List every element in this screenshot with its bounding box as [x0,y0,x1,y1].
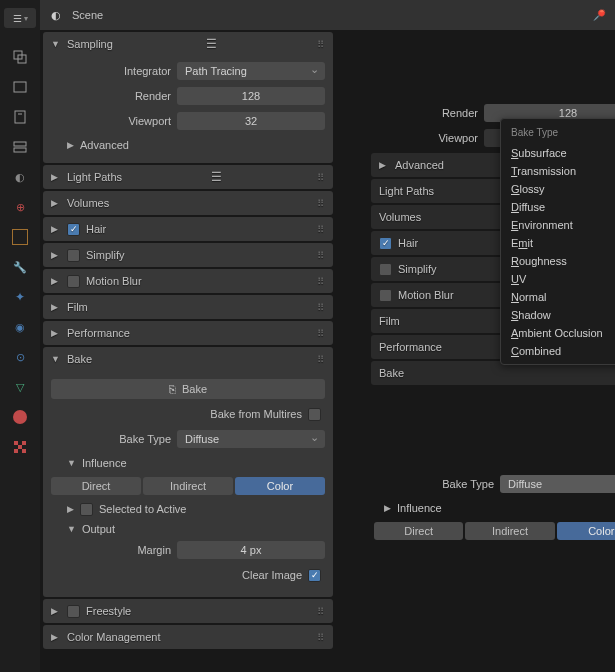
svg-rect-8 [22,441,26,445]
simplify-header[interactable]: ▶ Simplify ⠿ [43,243,333,267]
color-button[interactable]: Color [235,477,325,495]
direct-button[interactable]: Direct [51,477,141,495]
svg-rect-3 [15,111,25,123]
menu-item-glossy[interactable]: Glossy [501,180,615,198]
drag-icon[interactable]: ⠿ [317,224,325,235]
selected-to-active-checkbox[interactable] [80,503,93,516]
motion-blur-checkbox[interactable] [67,275,80,288]
integrator-select[interactable]: Path Tracing [177,62,325,80]
viewport-samples-field[interactable]: 32 [177,112,325,130]
bake-from-multires-checkbox[interactable] [308,408,321,421]
properties-header: ◐ Scene 📍 [40,0,615,30]
svg-rect-7 [14,441,18,445]
scene-icon: ◐ [48,7,64,23]
menu-item-normal[interactable]: Normal [501,288,615,306]
physics-tab-icon[interactable]: ◉ [11,318,29,336]
output-subheader[interactable]: ▼Output [51,519,325,539]
influence-subheader[interactable]: ▼Influence [51,453,325,473]
clear-image-checkbox[interactable]: ✓ [308,569,321,582]
viewport-samples-label: Viewport [51,115,171,127]
object-tab-icon[interactable] [11,228,29,246]
menu-item-roughness[interactable]: Roughness [501,252,615,270]
drag-icon[interactable]: ⠿ [317,39,325,50]
svg-rect-11 [22,449,26,453]
bake-icon: ⎘ [169,383,176,395]
film-header[interactable]: ▶Film ⠿ [43,295,333,319]
preset-list-icon[interactable]: ☰ [206,37,217,51]
drag-icon[interactable]: ⠿ [317,302,325,313]
modifier-tab-icon[interactable]: 🔧 [11,258,29,276]
svg-rect-2 [14,82,26,92]
color-management-header[interactable]: ▶Color Management ⠿ [43,625,333,649]
simplify-checkbox[interactable] [67,249,80,262]
bake-type-select-right[interactable]: Diffuse [500,475,615,493]
tool-tab-icon[interactable] [11,48,29,66]
volumes-header[interactable]: ▶Volumes ⠿ [43,191,333,215]
bake-type-select[interactable]: Diffuse [177,430,325,448]
advanced-subheader[interactable]: ▶ Advanced [51,135,325,155]
panel-title: Sampling [67,38,113,50]
scene-tab-icon[interactable]: ◐ [11,168,29,186]
menu-title: Bake Type [501,123,615,144]
editor-type-dropdown[interactable]: ☰▾ [4,8,36,28]
material-tab-icon[interactable] [11,408,29,426]
menu-item-subsurface[interactable]: Subsurface [501,144,615,162]
preset-list-icon[interactable]: ☰ [211,170,222,184]
menu-item-emit[interactable]: Emit [501,234,615,252]
margin-label: Margin [51,544,171,556]
drag-icon[interactable]: ⠿ [317,250,325,261]
margin-field[interactable]: 4 px [177,541,325,559]
light-paths-header[interactable]: ▶Light Paths ☰ ⠿ [43,165,333,189]
pin-icon[interactable]: 📍 [588,4,610,26]
menu-item-diffuse[interactable]: Diffuse [501,198,615,216]
texture-tab-icon[interactable] [11,438,29,456]
view-layer-tab-icon[interactable] [11,138,29,156]
menu-item-environment[interactable]: Environment [501,216,615,234]
menu-item-transmission[interactable]: Transmission [501,162,615,180]
hair-header[interactable]: ▶ ✓ Hair ⠿ [43,217,333,241]
drag-icon[interactable]: ⠿ [317,172,325,183]
drag-icon[interactable]: ⠿ [317,276,325,287]
svg-rect-9 [18,445,22,449]
sampling-panel: ▼ Sampling ☰ ⠿ Integrator Path Tracing R… [43,32,333,163]
bake-type-menu: Bake Type Subsurface Transmission Glossy… [500,118,615,365]
bake-panel: ▼Bake ⠿ ⎘ Bake Bake from Multires Bake T… [43,347,333,597]
constraints-tab-icon[interactable]: ⊙ [11,348,29,366]
context-title: Scene [72,9,103,21]
output-tab-icon[interactable] [11,108,29,126]
render-tab-icon[interactable] [11,78,29,96]
bake-button[interactable]: ⎘ Bake [51,379,325,399]
direct-button-right[interactable]: Direct [374,522,463,540]
menu-item-combined[interactable]: Combined [501,342,615,360]
world-tab-icon[interactable]: ⊕ [11,198,29,216]
integrator-label: Integrator [51,65,171,77]
indirect-button-right[interactable]: Indirect [465,522,554,540]
selected-to-active-subheader[interactable]: ▶ Selected to Active [51,499,325,519]
drag-icon[interactable]: ⠿ [317,632,325,643]
particles-tab-icon[interactable]: ✦ [11,288,29,306]
chevron-down-icon: ▼ [51,39,61,49]
motion-blur-header[interactable]: ▶ Motion Blur ⠿ [43,269,333,293]
svg-rect-10 [14,449,18,453]
freestyle-checkbox[interactable] [67,605,80,618]
hair-checkbox[interactable]: ✓ [67,223,80,236]
freestyle-header[interactable]: ▶ Freestyle ⠿ [43,599,333,623]
influence-right[interactable]: ▶Influence [368,498,615,518]
render-samples-field[interactable]: 128 [177,87,325,105]
render-samples-label: Render [51,90,171,102]
menu-item-shadow[interactable]: Shadow [501,306,615,324]
indirect-button[interactable]: Indirect [143,477,233,495]
menu-item-ao[interactable]: Ambient Occlusion [501,324,615,342]
performance-header[interactable]: ▶Performance ⠿ [43,321,333,345]
drag-icon[interactable]: ⠿ [317,606,325,617]
menu-item-uv[interactable]: UV [501,270,615,288]
color-button-right[interactable]: Color [557,522,615,540]
bake-header[interactable]: ▼Bake ⠿ [43,347,333,371]
drag-icon[interactable]: ⠿ [317,354,325,365]
mesh-data-tab-icon[interactable]: ▽ [11,378,29,396]
drag-icon[interactable]: ⠿ [317,328,325,339]
svg-rect-6 [14,148,26,152]
sampling-header[interactable]: ▼ Sampling ☰ ⠿ [43,32,333,56]
drag-icon[interactable]: ⠿ [317,198,325,209]
bake-type-label: Bake Type [51,433,171,445]
